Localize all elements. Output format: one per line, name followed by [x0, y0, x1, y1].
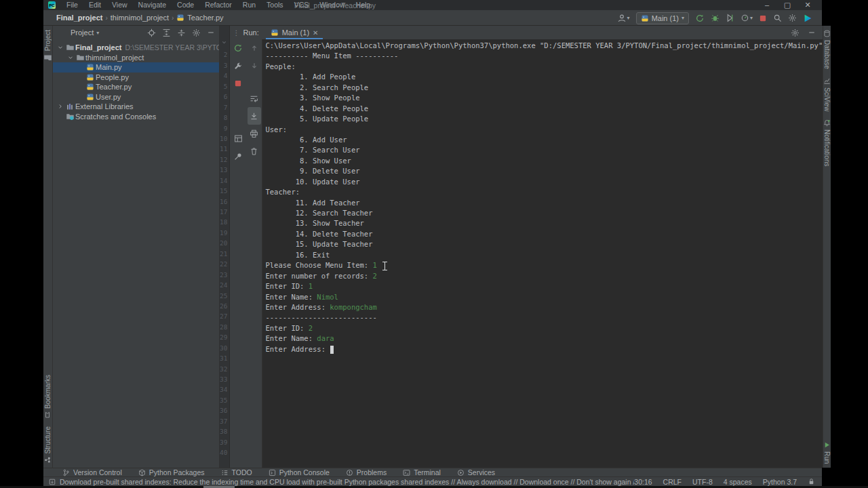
soft-wrap-button[interactable]	[248, 89, 261, 107]
restore-layout[interactable]	[231, 129, 245, 147]
folder-icon	[43, 54, 52, 62]
toolwindow-python-console[interactable]: Python Console	[269, 468, 330, 476]
drag-handle-icon[interactable]: ⋮	[233, 29, 239, 37]
scroll-to-end-button[interactable]	[248, 107, 261, 125]
toolwindow-todo[interactable]: TODO	[221, 468, 252, 476]
up-stack-button[interactable]	[248, 39, 261, 57]
console-line: 5. Update People	[265, 114, 823, 124]
chevron-down-icon[interactable]	[66, 54, 75, 61]
fold-chevron-icon[interactable]	[220, 39, 227, 49]
menu-navigate[interactable]: Navigate	[133, 0, 172, 10]
menu-code[interactable]: Code	[172, 0, 199, 10]
menu-file[interactable]: File	[61, 0, 83, 10]
menu-view[interactable]: View	[106, 0, 133, 10]
close-button[interactable]: ✕	[799, 0, 816, 10]
run-console-output[interactable]: C:\Users\User\AppData\Local\Programs\Pyt…	[262, 39, 823, 468]
profiler-button[interactable]: ▾	[741, 14, 753, 22]
text-caret	[330, 346, 334, 354]
readonly-lock-icon[interactable]	[808, 478, 815, 485]
editor-line-gutter: 2345678910111213141516171819202122232425…	[220, 26, 230, 468]
console-user-input: 1	[309, 282, 313, 290]
expand-tool-icon[interactable]	[177, 28, 186, 37]
menu-refactor[interactable]: Refactor	[199, 0, 237, 10]
menu-run[interactable]: Run	[237, 0, 261, 10]
branch-icon	[62, 469, 70, 476]
console-line: User:	[265, 125, 823, 135]
close-icon[interactable]: ✕	[313, 29, 318, 37]
sidebar-tab-structure[interactable]: Structure	[44, 422, 52, 468]
line-number: 23	[220, 270, 227, 280]
tree-item-path: D:\SEMESTER YEAR 3\PYTON\Final_project..…	[125, 43, 219, 52]
settings-wrench[interactable]	[231, 57, 245, 75]
menu-tools[interactable]: Tools	[261, 0, 289, 10]
line-number: 5	[220, 81, 227, 92]
settings-button[interactable]	[788, 14, 797, 22]
bottom-toolwindow-bar: Version ControlPython PackagesTODOPython…	[43, 468, 822, 476]
user-profile-button[interactable]: ▾	[617, 14, 630, 23]
minus-tool-icon[interactable]	[207, 28, 215, 37]
toolwindow-services[interactable]: Services	[457, 468, 495, 476]
right-toolwindow-bar: DatabaseSciViewNotificationsRun	[823, 26, 831, 468]
sidebar-tab-database[interactable]: Database	[823, 26, 831, 73]
search-icon	[773, 14, 782, 22]
tree-item-people-py[interactable]: People.py	[53, 73, 219, 83]
debug-button[interactable]	[711, 14, 719, 22]
run-minus-icon[interactable]	[808, 28, 816, 37]
status-message[interactable]: Download pre-built shared indexes: Reduc…	[60, 478, 634, 486]
tree-item-user-py[interactable]: User.py	[53, 92, 219, 102]
tree-item-teacher-py[interactable]: Teacher.py	[53, 82, 219, 92]
toolwindow-problems[interactable]: Problems	[346, 468, 387, 476]
python-interpreter[interactable]: Python 3.7	[763, 478, 797, 486]
pin-tab[interactable]	[231, 147, 245, 165]
rerun-button[interactable]	[231, 39, 245, 57]
search-everywhere-button[interactable]	[773, 14, 782, 22]
down-stack-button[interactable]	[248, 57, 261, 75]
breadcrumb-item[interactable]: Final_project	[56, 14, 102, 22]
collapse-tool-icon[interactable]	[162, 28, 171, 37]
toolwindow-python-packages[interactable]: Python Packages	[138, 468, 205, 476]
indent-style[interactable]: 4 spaces	[724, 478, 752, 486]
chevron-down-icon[interactable]: ▾	[96, 30, 99, 36]
ide-feature-button[interactable]	[803, 14, 812, 23]
console-line: Enter Name: dara	[265, 333, 823, 344]
project-panel-header: Project ▾	[53, 26, 219, 39]
run-with-coverage-button[interactable]	[726, 14, 734, 22]
sidebar-tab-run[interactable]: Run	[823, 437, 831, 468]
breadcrumb-item[interactable]: Teacher.py	[176, 14, 223, 22]
minimize-button[interactable]: –	[758, 0, 776, 10]
sidebar-tab-notifications[interactable]: Notifications	[823, 115, 831, 170]
project-panel: Project ▾ Final_projectD:\SEMESTER YEAR …	[53, 26, 220, 468]
stop-button[interactable]	[231, 75, 245, 92]
toolwindow-terminal[interactable]: Terminal	[403, 468, 441, 476]
toolwindow-version-control[interactable]: Version Control	[62, 468, 122, 476]
menu-edit[interactable]: Edit	[83, 0, 106, 10]
gear-tool-icon[interactable]	[192, 28, 201, 37]
maximize-button[interactable]: ▢	[778, 0, 796, 10]
sidebar-tab-sciview[interactable]: SciView	[823, 73, 831, 115]
gear-icon	[788, 14, 797, 22]
clear-all-button[interactable]	[248, 142, 261, 160]
stop-button[interactable]	[759, 14, 767, 22]
tree-item-final-project[interactable]: Final_projectD:\SEMESTER YEAR 3\PYTON\Fi…	[53, 43, 219, 53]
chevron-right-icon[interactable]	[56, 103, 64, 110]
window-title: Final_project - Teacher.py	[294, 1, 376, 9]
tree-item-scratches-and-consoles[interactable]: Scratches and Consoles	[53, 112, 219, 122]
toolbar-right: ▾Main (1)▾▾	[617, 10, 812, 26]
run-gear-icon[interactable]	[791, 28, 800, 37]
tree-item-main-py[interactable]: Main.py	[53, 62, 219, 73]
tree-item-external-libraries[interactable]: External Libraries	[53, 102, 219, 112]
print-button[interactable]	[248, 125, 261, 142]
run-configuration-select[interactable]: Main (1)▾	[636, 12, 689, 24]
run-tab-main[interactable]: Main (1) ✕	[266, 26, 323, 39]
caret-position[interactable]: 30:16	[634, 478, 652, 486]
sidebar-tab-project[interactable]: Project	[43, 26, 52, 66]
run-button[interactable]	[695, 14, 705, 23]
breadcrumb-item[interactable]: thimnimol_project	[111, 14, 169, 22]
console-line: ---------- Menu Item ----------	[265, 51, 823, 61]
file-encoding[interactable]: UTF-8	[692, 478, 713, 486]
sidebar-tab-bookmarks[interactable]: Bookmarks	[44, 371, 52, 422]
tree-item-thimnimol-project[interactable]: thimnimol_project	[53, 53, 219, 63]
target-tool-icon[interactable]	[147, 28, 156, 37]
chevron-down-icon[interactable]	[56, 44, 64, 51]
line-separator[interactable]: CRLF	[663, 478, 682, 486]
